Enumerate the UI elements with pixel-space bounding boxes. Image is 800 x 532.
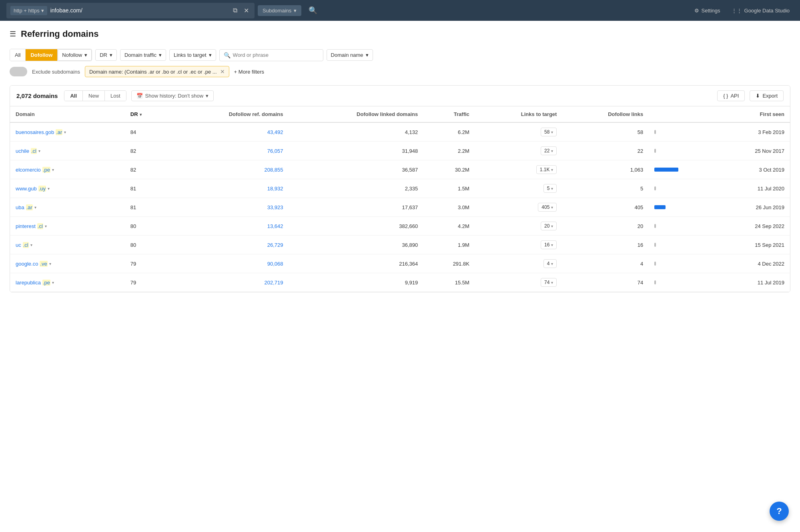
dofollow-ref-link[interactable]: 18,932 <box>267 186 283 192</box>
dofollow-ref-link[interactable]: 13,642 <box>267 223 283 229</box>
url-input[interactable] <box>50 7 228 14</box>
col-bar-spacer <box>649 106 714 122</box>
col-dr[interactable]: DR ▾ <box>125 106 167 122</box>
cell-dr: 80 <box>125 217 167 236</box>
domain-link[interactable]: pinterest.cl ▾ <box>16 223 119 229</box>
domain-link[interactable]: google.co.ve ▾ <box>16 261 119 267</box>
dofollow-ref-link[interactable]: 208,855 <box>264 167 283 173</box>
cell-dofollow-links: 16 <box>562 236 649 254</box>
domains-table: Domain DR ▾ Dofollow ref. domains Dofoll… <box>10 106 790 292</box>
calendar-icon: 📅 <box>136 93 143 99</box>
cell-dofollow-linked: 36,587 <box>289 160 423 179</box>
chevron-down-icon: ▾ <box>294 8 297 14</box>
cell-first-seen: 4 Dec 2022 <box>714 254 790 273</box>
remove-filter-button[interactable]: ✕ <box>220 68 225 75</box>
cell-domain: larepublica.pe ▾ <box>10 273 125 292</box>
tab-all[interactable]: All <box>64 91 83 101</box>
chevron-down-icon: ▾ <box>366 52 369 58</box>
cell-bar <box>649 179 714 198</box>
protocol-dropdown[interactable]: http + https ▾ <box>10 6 47 15</box>
cell-first-seen: 3 Feb 2019 <box>714 122 790 142</box>
links-target-badge[interactable]: 405 ▾ <box>538 203 557 212</box>
table-row: uba.ar ▾8133,92317,6373.0M405 ▾40526 Jun… <box>10 198 790 217</box>
external-link-icon[interactable]: ⧉ <box>231 5 239 16</box>
search-button[interactable]: 🔍 <box>305 4 321 17</box>
tld-highlight: .uy <box>38 186 46 192</box>
more-filters-button[interactable]: + More filters <box>234 69 265 75</box>
cell-dofollow-ref: 26,729 <box>167 236 289 254</box>
tld-highlight: .cl <box>31 148 37 154</box>
dofollow-ref-link[interactable]: 26,729 <box>267 242 283 248</box>
links-target-badge[interactable]: 58 ▾ <box>541 128 557 136</box>
exclude-subdomains-toggle[interactable] <box>10 67 27 76</box>
settings-button[interactable]: ⚙ Settings <box>690 5 724 16</box>
gds-button[interactable]: ⋮⋮ Google Data Studio <box>728 5 794 16</box>
cell-dofollow-linked: 4,132 <box>289 122 423 142</box>
view-tabs: All New Lost <box>64 90 126 101</box>
page-header: ☰ Referring domains <box>10 29 790 39</box>
dr-filter-dropdown[interactable]: DR ▾ <box>95 49 117 61</box>
cell-dr: 84 <box>125 122 167 142</box>
domain-link[interactable]: www.gub.uy ▾ <box>16 186 119 192</box>
mini-bar-container <box>654 149 709 153</box>
col-links-to-target: Links to target <box>475 106 563 122</box>
chevron-down-icon: ▾ <box>551 280 553 285</box>
cell-first-seen: 3 Oct 2019 <box>714 160 790 179</box>
links-to-target-filter-dropdown[interactable]: Links to target ▾ <box>169 49 216 61</box>
cell-domain: uba.ar ▾ <box>10 198 125 217</box>
export-button[interactable]: ⬇ Export <box>750 90 784 101</box>
col-first-seen: First seen <box>714 106 790 122</box>
cell-traffic: 6.2M <box>423 122 475 142</box>
filters-row: All Dofollow Nofollow ▾ DR ▾ Domain traf… <box>10 49 790 61</box>
domain-link[interactable]: buenosaires.gob.ar ▾ <box>16 129 119 135</box>
tab-lost[interactable]: Lost <box>105 91 126 101</box>
links-target-badge[interactable]: 16 ▾ <box>541 240 557 249</box>
cell-dofollow-ref: 18,932 <box>167 179 289 198</box>
cell-dofollow-links: 20 <box>562 217 649 236</box>
word-phrase-search[interactable]: 🔍 <box>219 49 323 61</box>
active-domain-filter-tag: Domain name: (Contains .ar or .bo or .cl… <box>85 66 229 77</box>
domain-traffic-label: Domain traffic <box>124 52 156 58</box>
cell-dr: 79 <box>125 273 167 292</box>
filter-nofollow-dropdown[interactable]: Nofollow ▾ <box>58 49 92 61</box>
cell-dr: 79 <box>125 254 167 273</box>
cell-domain: elcomercio.pe ▾ <box>10 160 125 179</box>
domain-name-filter-dropdown[interactable]: Domain name ▾ <box>327 49 373 61</box>
dofollow-ref-link[interactable]: 90,068 <box>267 261 283 267</box>
links-target-badge[interactable]: 22 ▾ <box>541 146 557 155</box>
cell-dofollow-links: 1,063 <box>562 160 649 179</box>
close-icon[interactable]: ✕ <box>242 5 251 16</box>
api-button[interactable]: { } API <box>717 90 745 101</box>
links-target-badge[interactable]: 20 ▾ <box>541 222 557 230</box>
help-button[interactable]: ? <box>770 502 789 521</box>
dofollow-ref-link[interactable]: 202,719 <box>264 280 283 286</box>
filter-dofollow-button[interactable]: Dofollow <box>26 49 58 61</box>
cell-bar <box>649 198 714 217</box>
domain-link[interactable]: uc.cl ▾ <box>16 242 119 248</box>
links-target-badge[interactable]: 5 ▾ <box>543 184 557 193</box>
hamburger-menu-button[interactable]: ☰ <box>10 30 16 38</box>
chevron-down-icon: ▾ <box>551 168 553 172</box>
domain-link[interactable]: uchile.cl ▾ <box>16 148 119 154</box>
cell-domain: www.gub.uy ▾ <box>10 179 125 198</box>
links-target-badge[interactable]: 1.1K ▾ <box>536 165 557 174</box>
table-row: www.gub.uy ▾8118,9322,3351.5M5 ▾511 Jul … <box>10 179 790 198</box>
cell-dofollow-links: 22 <box>562 142 649 160</box>
domain-link[interactable]: larepublica.pe ▾ <box>16 280 119 286</box>
word-phrase-input[interactable] <box>233 52 319 58</box>
dofollow-ref-link[interactable]: 43,492 <box>267 129 283 135</box>
subdomains-dropdown[interactable]: Subdomains ▾ <box>258 5 301 16</box>
filter-all-button[interactable]: All <box>10 49 26 61</box>
dofollow-ref-link[interactable]: 76,057 <box>267 148 283 154</box>
tab-new[interactable]: New <box>83 91 105 101</box>
links-target-badge[interactable]: 74 ▾ <box>541 278 557 287</box>
dofollow-ref-link[interactable]: 33,923 <box>267 204 283 210</box>
domain-link[interactable]: elcomercio.pe ▾ <box>16 167 119 173</box>
domain-link[interactable]: uba.ar ▾ <box>16 204 119 210</box>
show-history-button[interactable]: 📅 Show history: Don't show ▾ <box>131 90 214 101</box>
chevron-down-icon: ▾ <box>52 280 54 285</box>
domain-traffic-filter-dropdown[interactable]: Domain traffic ▾ <box>120 49 166 61</box>
links-target-badge[interactable]: 4 ▾ <box>543 259 557 268</box>
active-filter-text: Domain name: (Contains .ar or .bo or .cl… <box>89 69 217 75</box>
cell-bar <box>649 122 714 142</box>
